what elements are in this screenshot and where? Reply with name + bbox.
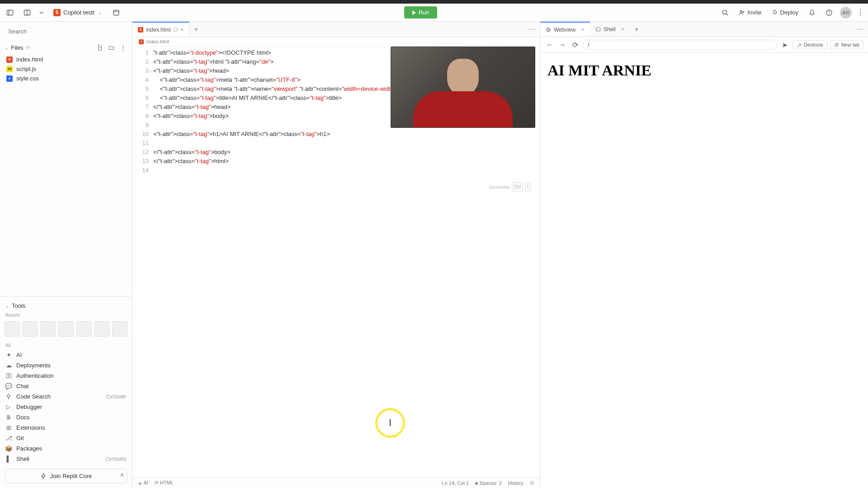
panel-left-icon[interactable] xyxy=(4,6,16,19)
preview-panel: Webview × Shell × + ⋯ ← → ⟳ ➤ xyxy=(540,22,868,488)
newtab-label: New tab xyxy=(841,42,859,47)
status-ai[interactable]: AI xyxy=(138,480,148,485)
close-icon[interactable]: × xyxy=(581,26,585,33)
close-icon[interactable]: × xyxy=(180,26,184,33)
close-icon[interactable]: × xyxy=(621,26,625,33)
svg-rect-19 xyxy=(596,28,600,31)
tab-shell[interactable]: Shell × xyxy=(590,22,630,37)
generate-hint: Generate Ctrl I xyxy=(489,182,531,192)
join-core-banner[interactable]: Join Replit Core ✕ xyxy=(5,469,127,483)
tool-docs[interactable]: 🗎Docs xyxy=(0,412,132,422)
status-spaces[interactable]: Spaces: 2 xyxy=(475,480,502,486)
tool-deployments[interactable]: ☁Deployments xyxy=(0,360,132,371)
recent-thumb[interactable] xyxy=(40,321,56,337)
close-icon[interactable]: ✕ xyxy=(120,472,124,478)
tool-authentication[interactable]: ⚿Authentication xyxy=(0,371,132,381)
code-editor[interactable]: 1234567891011121314 "t-attr">class="t-do… xyxy=(132,47,540,477)
more-icon[interactable]: ⋯ xyxy=(524,25,540,33)
go-icon[interactable]: ➤ xyxy=(780,40,790,50)
more-icon[interactable]: ⋮ xyxy=(118,43,127,52)
file-row[interactable]: # style.css xyxy=(3,74,129,83)
file-row[interactable]: JS script.js xyxy=(3,64,129,74)
bell-icon[interactable] xyxy=(806,6,818,19)
chevron-down-icon[interactable] xyxy=(38,6,45,19)
address-bar: ← → ⟳ ➤ Devtools New tab xyxy=(540,37,868,53)
tool-shell[interactable]: ▌ShellCtrlShiftS xyxy=(0,454,132,464)
search-input[interactable] xyxy=(5,25,127,38)
tool-packages[interactable]: 📦Packages xyxy=(0,443,132,454)
preview-tabs: Webview × Shell × + ⋯ xyxy=(540,22,868,37)
tool-label: Extensions xyxy=(16,424,45,431)
breadcrumb: 5 index.html xyxy=(132,37,540,47)
reload-icon[interactable]: ⟳ xyxy=(570,40,580,50)
status-history[interactable]: History xyxy=(508,480,524,486)
svg-point-6 xyxy=(723,10,727,14)
search-icon[interactable] xyxy=(719,6,731,19)
devtools-button[interactable]: Devtools xyxy=(793,40,827,49)
file-row[interactable]: 5 index.html xyxy=(3,55,129,64)
tool-label: Debugger xyxy=(16,404,42,410)
layout-icon[interactable] xyxy=(110,6,123,19)
sync-icon[interactable]: ⟳ xyxy=(26,45,30,51)
window-topbar xyxy=(0,0,868,4)
files-header[interactable]: ⌄ Files ⟳ ⋮ xyxy=(0,41,132,54)
back-icon[interactable]: ← xyxy=(545,40,555,50)
new-folder-icon[interactable] xyxy=(107,43,116,52)
avatar[interactable]: AR xyxy=(840,7,852,19)
new-file-icon[interactable] xyxy=(95,43,104,52)
sidebar: ⌄ Files ⟳ ⋮ 5 index.html JS xyxy=(0,22,132,488)
tool-label: Git xyxy=(16,435,24,441)
new-tab-button[interactable]: + xyxy=(630,25,643,33)
tool-ai[interactable]: ✦AI xyxy=(0,350,132,360)
devtools-label: Devtools xyxy=(804,42,823,47)
recent-thumb[interactable] xyxy=(5,321,20,337)
editor-panel: 5 index.html × + ⋯ 5 index.html 12345678… xyxy=(132,22,540,488)
person-plus-icon xyxy=(739,9,745,16)
tool-extensions[interactable]: ⊞Extensions xyxy=(0,422,132,433)
recent-thumb[interactable] xyxy=(58,321,74,337)
rocket-icon xyxy=(772,9,778,16)
forward-icon[interactable]: → xyxy=(557,40,567,50)
project-selector[interactable]: 5 Copilot testt ⌄ xyxy=(50,7,105,18)
deploy-button[interactable]: Deploy xyxy=(769,7,801,18)
more-icon[interactable]: ⋯ xyxy=(852,25,868,33)
files-label: Files xyxy=(11,44,23,51)
tool-debugger[interactable]: ▷Debugger xyxy=(0,402,132,412)
tool-code-search[interactable]: ⚲Code SearchCtrlShiftF xyxy=(0,391,132,402)
recent-thumb[interactable] xyxy=(94,321,110,337)
run-button[interactable]: Run xyxy=(404,6,438,19)
address-input[interactable] xyxy=(583,40,777,50)
status-position[interactable]: Ln 14, Col 1 xyxy=(442,480,469,486)
tab-label: index.html xyxy=(146,27,171,33)
more-icon[interactable]: ⋮ xyxy=(856,6,864,19)
new-tab-button[interactable]: New tab xyxy=(830,40,863,49)
recent-thumb[interactable] xyxy=(76,321,92,337)
tool-icon: ⊞ xyxy=(5,425,12,431)
external-icon xyxy=(834,42,839,47)
panel-split-icon[interactable] xyxy=(21,6,33,19)
invite-button[interactable]: Invite xyxy=(736,7,764,18)
help-icon[interactable]: ? xyxy=(823,6,835,19)
avatar-initials: AR xyxy=(842,10,849,15)
new-tab-button[interactable]: + xyxy=(189,25,203,33)
breadcrumb-file: index.html xyxy=(146,39,169,44)
tab-index-html[interactable]: 5 index.html × xyxy=(132,22,189,37)
main-layout: ⌄ Files ⟳ ⋮ 5 index.html JS xyxy=(0,22,868,488)
tab-webview[interactable]: Webview × xyxy=(540,22,590,37)
editor-tabs: 5 index.html × + ⋯ xyxy=(132,22,540,37)
webcam-overlay xyxy=(391,47,535,128)
clock-icon[interactable]: ◷ xyxy=(530,480,534,486)
tool-chat[interactable]: 💬Chat xyxy=(0,381,132,391)
tool-shortcut: CtrlShiftS xyxy=(106,456,127,462)
tools-header[interactable]: ⌄ Tools xyxy=(0,300,132,311)
join-core-label: Join Replit Core xyxy=(50,473,92,479)
deploy-label: Deploy xyxy=(780,9,798,16)
tool-git[interactable]: ⎇Git xyxy=(0,433,132,443)
recent-thumb[interactable] xyxy=(23,321,38,337)
tools-label: Tools xyxy=(12,302,25,309)
wrench-icon xyxy=(797,42,802,47)
tool-label: Packages xyxy=(16,445,42,452)
recent-thumb[interactable] xyxy=(112,321,127,337)
header-right: Invite Deploy ? AR ⋮ xyxy=(719,6,864,19)
status-lang[interactable]: ⟳ HTML xyxy=(155,480,174,486)
